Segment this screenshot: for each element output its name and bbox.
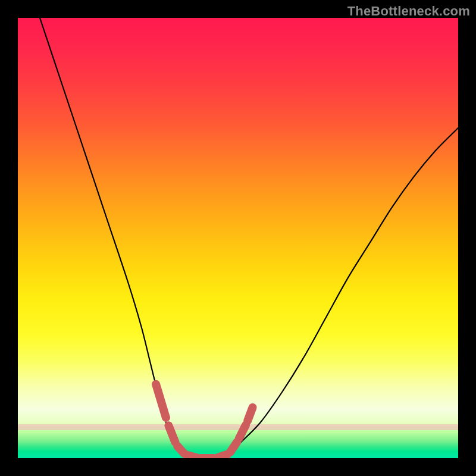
marker-dash bbox=[218, 454, 228, 458]
watermark-text: TheBottleneck.com bbox=[347, 4, 470, 19]
marker-dash bbox=[248, 408, 252, 421]
marker-dash bbox=[239, 425, 246, 438]
marker-dash bbox=[187, 455, 197, 458]
marker-group bbox=[156, 384, 253, 458]
bottleneck-curve bbox=[40, 18, 458, 458]
marker-dash bbox=[156, 384, 166, 418]
marker-dash bbox=[230, 442, 237, 452]
chart-svg bbox=[18, 18, 458, 458]
marker-dash bbox=[168, 425, 175, 442]
marker-dash bbox=[177, 446, 184, 453]
chart-canvas: TheBottleneck.com bbox=[0, 0, 476, 476]
